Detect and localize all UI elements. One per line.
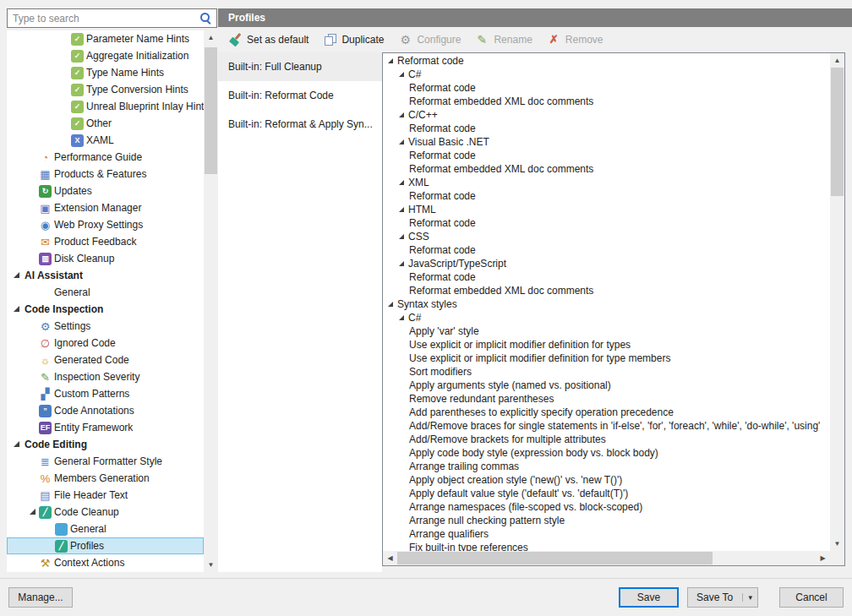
tree-item-apply-arguments-style-named-vs-positional[interactable]: Apply arguments style (named vs. positio… [383,379,830,392]
save-to-button[interactable]: Save To ▾ [687,587,758,608]
tree-item-apply-default-value-style-default-vs-default-t[interactable]: Apply default value style ('default' vs.… [383,487,830,500]
tree-item-reformat-code[interactable]: Reformat code [383,216,830,230]
sidebar-item-unreal-blueprint-inlay-hints[interactable]: ✓Unreal Blueprint Inlay Hints [7,98,204,115]
expander-icon[interactable] [386,299,396,309]
sidebar-item-performance-guide[interactable]: ◔Performance Guide [7,149,204,166]
expander-icon[interactable] [12,304,22,314]
sidebar-item-product-feedback[interactable]: ✉Product Feedback [7,233,204,250]
sidebar-item-web-proxy-settings[interactable]: ◉Web Proxy Settings [7,216,204,233]
sidebar-item-custom-patterns[interactable]: ▞Custom Patterns [7,385,204,402]
tree-item-reformat-embedded-xml-doc-comments[interactable]: Reformat embedded XML doc comments [383,162,830,176]
scroll-down-icon[interactable]: ▼ [204,558,218,572]
expander-icon[interactable] [28,507,38,517]
scrollbar-thumb[interactable] [205,47,217,174]
sidebar-item-ai-assistant[interactable]: AI Assistant [7,267,204,284]
tree-item-c-c[interactable]: C/C++ [383,108,830,122]
tree-item-c[interactable]: C# [383,311,830,324]
tree-item-javascript-typescript[interactable]: JavaScript/TypeScript [383,257,830,270]
tree-horizontal-scrollbar[interactable]: ◀ ▶ [383,551,830,565]
sidebar-item-products-features[interactable]: ▦Products & Features [7,166,204,183]
sidebar-scrollbar[interactable]: ▲ ▼ [204,30,218,572]
sidebar-item-type-name-hints[interactable]: ✓Type Name Hints [7,64,204,81]
tree-item-reformat-code[interactable]: Reformat code [383,122,830,135]
expander-icon[interactable] [397,232,407,242]
tree-item-reformat-code[interactable]: Reformat code [383,81,830,95]
tree-item-xml[interactable]: XML [383,176,830,189]
tree-item-css[interactable]: CSS [383,230,830,243]
sidebar-item-inspection-severity[interactable]: ✎Inspection Severity [7,368,204,385]
expander-icon[interactable] [397,259,407,269]
scroll-right-icon[interactable]: ▶ [816,551,830,565]
tree-item-reformat-code[interactable]: Reformat code [383,270,830,284]
scroll-down-icon[interactable]: ▼ [830,537,844,551]
sidebar-item-disk-cleanup[interactable]: ▥Disk Cleanup [7,250,204,267]
sidebar-item-profiles[interactable]: ╱Profiles [7,537,204,554]
sidebar-item-general-formatter-style[interactable]: ≣General Formatter Style [7,453,204,470]
tree-item-remove-redundant-parentheses[interactable]: Remove redundant parentheses [383,392,830,406]
expander-icon[interactable] [397,177,407,188]
tree-item-arrange-null-checking-pattern-style[interactable]: Arrange null checking pattern style [383,514,830,527]
manage-button[interactable]: Manage... [8,587,73,608]
expander-icon[interactable] [397,313,407,323]
tree-item-syntax-styles[interactable]: Syntax styles [383,297,830,311]
tree-item-reformat-embedded-xml-doc-comments[interactable]: Reformat embedded XML doc comments [383,284,830,297]
scrollbar-thumb[interactable] [397,552,713,564]
tree-item-html[interactable]: HTML [383,203,830,216]
tree-item-reformat-embedded-xml-doc-comments[interactable]: Reformat embedded XML doc comments [383,95,830,108]
tree-item-apply-object-creation-style-new-vs-new-t[interactable]: Apply object creation style ('new()' vs.… [383,473,830,487]
sidebar-item-code-inspection[interactable]: Code Inspection [7,301,204,318]
expander-icon[interactable] [12,439,22,450]
tree-vertical-scrollbar[interactable]: ▲ ▼ [830,53,844,551]
tree-item-reformat-code[interactable]: Reformat code [383,243,830,257]
tree-item-use-explicit-or-implicit-modifier-definition-for-types[interactable]: Use explicit or implicit modifier defini… [383,338,830,352]
sidebar-item-parameter-name-hints[interactable]: ✓Parameter Name Hints [7,30,204,47]
scroll-left-icon[interactable]: ◀ [383,551,397,565]
expander-icon[interactable] [397,137,407,147]
sidebar-item-code-annotations[interactable]: ”Code Annotations [7,402,204,419]
sidebar-item-file-header-text[interactable]: ▤File Header Text [7,487,204,504]
expander-icon[interactable] [397,69,407,79]
tree-item-add-remove-braces-for-single-statements-in-if-else-for-foreach-while-do-while-using[interactable]: Add/Remove braces for single statements … [383,419,830,433]
sidebar-item-code-cleanup[interactable]: ╱Code Cleanup [7,504,204,521]
sidebar-item-entity-framework[interactable]: EFEntity Framework [7,419,204,436]
tree-item-c[interactable]: C# [383,68,830,81]
duplicate-button[interactable]: Duplicate [316,30,391,50]
profile-item-built-in-full-cleanup[interactable]: Built-in: Full Cleanup [218,52,382,81]
sidebar-item-type-conversion-hints[interactable]: ✓Type Conversion Hints [7,81,204,98]
sidebar-item-updates[interactable]: ↻Updates [7,183,204,199]
scroll-up-icon[interactable]: ▲ [204,30,218,45]
sidebar-item-general[interactable]: General [7,521,204,537]
profile-item-built-in-reformat-apply-syn[interactable]: Built-in: Reformat & Apply Syn... [218,110,382,139]
tree-item-visual-basic-net[interactable]: Visual Basic .NET [383,135,830,149]
profile-item-built-in-reformat-code[interactable]: Built-in: Reformat Code [218,81,382,110]
expander-icon[interactable] [397,204,407,215]
tree-item-reformat-code[interactable]: Reformat code [383,149,830,162]
sidebar-item-other[interactable]: ✓Other [7,115,204,132]
sidebar-item-aggregate-initialization[interactable]: ✓Aggregate Initialization [7,47,204,64]
sidebar-item-context-actions[interactable]: ⚒Context Actions [7,554,204,571]
set-as-default-button[interactable]: Set as default [221,30,316,50]
tree-item-fix-built-in-type-references[interactable]: Fix built-in type references [383,541,830,551]
tree-item-reformat-code[interactable]: Reformat code [383,54,830,68]
tree-item-add-parentheses-to-explicitly-specify-operation-precedence[interactable]: Add parentheses to explicitly specify op… [383,406,830,419]
tree-item-arrange-qualifiers[interactable]: Arrange qualifiers [383,527,830,541]
sidebar-item-ignored-code[interactable]: ∅Ignored Code [7,335,204,352]
sidebar-item-settings[interactable]: ⚙Settings [7,318,204,335]
tree-item-apply-code-body-style-expression-body-vs-block-body[interactable]: Apply code body style (expression body v… [383,446,830,460]
tree-item-apply-var-style[interactable]: Apply 'var' style [383,324,830,338]
expander-icon[interactable] [397,110,407,120]
sidebar-item-code-editing[interactable]: Code Editing [7,436,204,453]
cancel-button[interactable]: Cancel [779,587,844,608]
sidebar-item-members-generation[interactable]: %Members Generation [7,470,204,487]
scroll-up-icon[interactable]: ▲ [830,53,844,68]
expander-icon[interactable] [12,270,22,281]
tree-item-arrange-trailing-commas[interactable]: Arrange trailing commas [383,460,830,473]
scrollbar-thumb[interactable] [831,68,844,196]
save-button[interactable]: Save [619,587,679,608]
sidebar-item-xaml[interactable]: XXAML [7,132,204,149]
expander-icon[interactable] [386,56,396,66]
tree-item-add-remove-brackets-for-multiple-attributes[interactable]: Add/Remove brackets for multiple attribu… [383,433,830,446]
sidebar-item-generated-code[interactable]: ☼Generated Code [7,352,204,368]
tree-item-use-explicit-or-implicit-modifier-definition-for-type-members[interactable]: Use explicit or implicit modifier defini… [383,352,830,365]
tree-item-arrange-namespaces-file-scoped-vs-block-scoped[interactable]: Arrange namespaces (file-scoped vs. bloc… [383,500,830,514]
